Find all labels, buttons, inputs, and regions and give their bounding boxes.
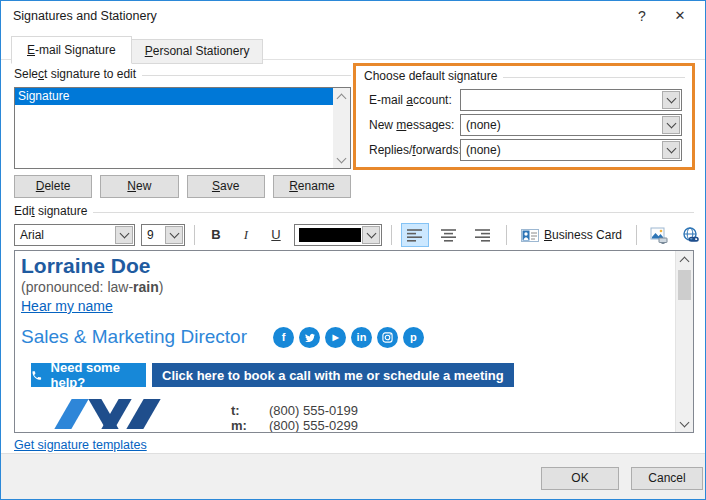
- phone-icon: [31, 369, 43, 382]
- toolbar-separator: [636, 225, 637, 245]
- dialog-title: Signatures and Stationery: [13, 1, 157, 31]
- font-size-combobox[interactable]: 9: [141, 224, 185, 246]
- facebook-icon[interactable]: f: [273, 327, 294, 348]
- picture-icon: [650, 227, 668, 244]
- underline-button[interactable]: U: [264, 223, 288, 247]
- youtube-icon[interactable]: ▶: [325, 327, 346, 348]
- signature-job-title: Sales & Marketing Director: [21, 325, 247, 349]
- bold-button[interactable]: B: [204, 223, 228, 247]
- insert-picture-button[interactable]: [646, 223, 672, 247]
- new-messages-combobox[interactable]: (none): [460, 114, 682, 136]
- align-left-button[interactable]: [401, 223, 429, 247]
- color-swatch: [299, 228, 361, 242]
- editor-scrollbar[interactable]: [675, 251, 693, 432]
- twitter-icon[interactable]: [299, 327, 320, 348]
- align-left-icon: [407, 228, 423, 242]
- scrollbar-thumb[interactable]: [678, 270, 691, 300]
- email-account-row: E-mail account:: [369, 89, 682, 111]
- signature-pronunciation: (pronounced: law-rain): [21, 279, 676, 296]
- title-bar: Signatures and Stationery ? ✕: [1, 1, 705, 31]
- default-signature-group-label: Choose default signature: [364, 69, 685, 83]
- signature-name: Lorraine Doe: [21, 253, 676, 279]
- mobile-row: m:(800) 555-0299: [231, 418, 358, 432]
- choose-default-signature-group: Choose default signature E-mail account:…: [353, 63, 695, 170]
- instagram-icon[interactable]: [377, 327, 398, 348]
- cancel-button[interactable]: Cancel: [631, 467, 703, 490]
- scroll-down-icon[interactable]: [676, 415, 693, 432]
- rename-button[interactable]: Rename: [273, 175, 351, 198]
- linkedin-icon[interactable]: in: [351, 327, 372, 348]
- toolbar-separator: [194, 225, 195, 245]
- business-card-button[interactable]: Business Card: [516, 223, 627, 247]
- new-button[interactable]: New: [100, 175, 178, 198]
- hear-my-name-link[interactable]: Hear my name: [21, 298, 113, 315]
- tab-email-signature[interactable]: E-mail Signature: [11, 36, 132, 64]
- replies-forwards-row: Replies/forwards: (none): [369, 139, 682, 161]
- business-card-icon: [521, 229, 539, 242]
- align-right-icon: [475, 228, 491, 242]
- signature-listbox[interactable]: Signature: [14, 87, 351, 169]
- chevron-down-icon[interactable]: [165, 226, 183, 244]
- book-call-button[interactable]: Click here to book a call with me or sch…: [152, 363, 514, 387]
- align-center-icon: [441, 228, 457, 242]
- tab-personal-stationery[interactable]: Personal Stationery: [131, 39, 264, 64]
- company-logo: [63, 399, 183, 429]
- pinterest-icon[interactable]: p: [403, 327, 424, 348]
- social-icons: f ▶ in p: [273, 327, 424, 348]
- replies-forwards-combobox[interactable]: (none): [460, 139, 682, 161]
- phone-row: t:(800) 555-0199: [231, 403, 358, 418]
- email-account-label: E-mail account:: [369, 93, 460, 107]
- formatting-toolbar: Arial 9 B I U Business Card: [14, 222, 694, 248]
- signature-editor[interactable]: Lorraine Doe (pronounced: law-rain) Hear…: [14, 250, 694, 433]
- replies-forwards-label: Replies/forwards:: [369, 143, 460, 157]
- insert-hyperlink-button[interactable]: [678, 223, 704, 247]
- new-messages-row: New messages: (none): [369, 114, 682, 136]
- hyperlink-globe-icon: [682, 227, 700, 243]
- signature-content: Lorraine Doe (pronounced: law-rain) Hear…: [15, 251, 676, 432]
- scroll-up-icon[interactable]: [333, 88, 350, 105]
- save-button[interactable]: Save: [187, 175, 265, 198]
- font-color-combobox[interactable]: [294, 224, 382, 246]
- scroll-up-icon[interactable]: [676, 251, 693, 268]
- list-item-signature[interactable]: Signature: [15, 88, 333, 105]
- business-card-label: Business Card: [544, 228, 622, 242]
- scroll-down-icon[interactable]: [333, 151, 350, 168]
- help-button[interactable]: ?: [625, 1, 659, 31]
- edit-signature-group-label: Edit signature: [14, 204, 694, 218]
- align-right-button[interactable]: [469, 223, 497, 247]
- dialog-footer: OK Cancel: [1, 453, 705, 499]
- chevron-down-icon[interactable]: [115, 226, 133, 244]
- tab-strip: E-mail Signature Personal Stationery: [11, 36, 262, 64]
- select-signature-group-label: Select signature to edit: [14, 67, 351, 81]
- chevron-down-icon[interactable]: [662, 116, 680, 134]
- chevron-down-icon[interactable]: [362, 226, 380, 244]
- signature-actions: Delete New Save Rename: [14, 175, 351, 198]
- need-help-button[interactable]: Need some help?: [31, 363, 146, 387]
- signatures-and-stationery-dialog: Signatures and Stationery ? ✕ E-mail Sig…: [0, 0, 706, 500]
- close-button[interactable]: ✕: [663, 1, 697, 31]
- delete-button[interactable]: Delete: [14, 175, 92, 198]
- align-center-button[interactable]: [435, 223, 463, 247]
- email-account-combobox[interactable]: [460, 89, 682, 111]
- italic-button[interactable]: I: [234, 223, 258, 247]
- toolbar-separator: [391, 225, 392, 245]
- font-family-combobox[interactable]: Arial: [14, 224, 135, 246]
- chevron-down-icon[interactable]: [662, 141, 680, 159]
- chevron-down-icon[interactable]: [662, 91, 680, 109]
- contact-info: t:(800) 555-0199 m:(800) 555-0299: [231, 403, 358, 432]
- get-signature-templates-link[interactable]: Get signature templates: [14, 438, 147, 452]
- new-messages-label: New messages:: [369, 118, 460, 132]
- ok-button[interactable]: OK: [541, 467, 619, 490]
- listbox-scrollbar[interactable]: [333, 88, 350, 168]
- toolbar-separator: [506, 225, 507, 245]
